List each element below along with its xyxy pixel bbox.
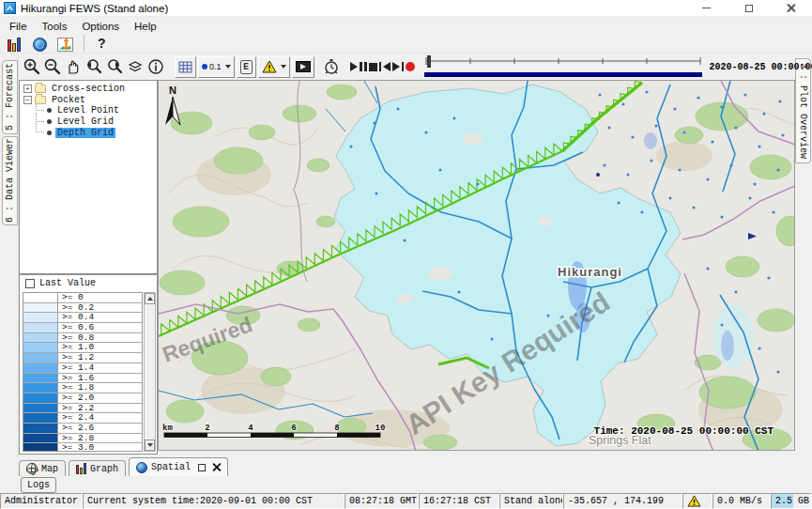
tree-item-label: Depth Grid (55, 128, 115, 138)
legend-label: >= 0.4 (58, 313, 94, 322)
tree-item-label: Cross-section (50, 84, 127, 94)
float-panel-icon[interactable] (198, 464, 206, 471)
time-slider[interactable] (424, 54, 702, 79)
tab-map-label: Map (41, 464, 58, 474)
warning-icon (687, 495, 701, 507)
scale-tick-label: 6 (291, 424, 296, 433)
record-button[interactable] (406, 58, 415, 75)
time-slider-thumb[interactable] (427, 55, 431, 68)
grid-display-button[interactable] (175, 56, 196, 78)
layers-tree-panel: +Cross-section−PocketLevel PointLevel Gr… (19, 80, 158, 274)
play-button[interactable] (350, 58, 358, 75)
status-warning-cell[interactable] (682, 493, 712, 509)
status-user: Administrator (0, 493, 83, 509)
legend-swatch (23, 443, 58, 452)
status-bar: Administrator Current system time:2020-0… (0, 493, 812, 509)
legend-label: >= 0.8 (58, 333, 94, 343)
arrow-up-icon (147, 297, 153, 301)
chevron-down-icon (225, 65, 231, 69)
status-gmt-time: 08:27:18 GMT (345, 493, 419, 509)
menu-options[interactable]: Options (74, 20, 127, 33)
left-tab-strip: 5 : Forecast 6 : Data Viewer (0, 54, 19, 457)
legend-swatch (23, 424, 58, 433)
logs-display-button[interactable] (5, 36, 23, 52)
collapse-icon[interactable]: − (23, 96, 32, 104)
last-value-checkbox[interactable] (25, 279, 35, 288)
close-button[interactable] (770, 0, 812, 16)
logs-button[interactable]: Logs (21, 477, 56, 493)
tree-item-cross-section[interactable]: +Cross-section (23, 84, 157, 95)
legend-label: >= 1.8 (58, 383, 94, 393)
pan-button[interactable] (64, 56, 83, 77)
title-bar: Hikurangi FEWS (Stand alone) (0, 0, 812, 17)
tab-spatial-label: Spatial (151, 462, 191, 472)
threshold-dropdown-button[interactable]: 0.1 (198, 56, 235, 78)
info-button[interactable] (146, 56, 165, 77)
help-button[interactable]: ? (94, 36, 110, 51)
minimize-button[interactable] (685, 0, 728, 16)
warning-icon (262, 60, 277, 73)
legend-toggle-button[interactable]: E (237, 56, 256, 78)
status-memory: 2.5 GB (771, 493, 812, 509)
close-tab-icon[interactable] (212, 463, 221, 471)
legend-swatch (23, 374, 58, 383)
menu-file[interactable]: File (2, 20, 35, 33)
tab-spatial[interactable]: Spatial (129, 457, 228, 476)
status-local-time: 16:27:18 CST (419, 493, 499, 509)
menu-help[interactable]: Help (127, 20, 164, 33)
legend-row: >= 1.4 (23, 363, 142, 374)
tree-connector (36, 113, 44, 122)
last-frame-button[interactable] (392, 58, 404, 75)
tab-graph-label: Graph (90, 464, 118, 474)
legend-label: >= 2.4 (58, 413, 94, 423)
layers-button[interactable] (126, 56, 145, 77)
zoom-in-button[interactable] (23, 56, 41, 77)
legend-label: >= 2.0 (58, 393, 94, 403)
scroll-up-button[interactable] (145, 293, 155, 304)
legend-scrollbar[interactable] (144, 292, 156, 452)
stopwatch-icon (322, 57, 341, 76)
timer-button[interactable] (322, 56, 341, 77)
main-toolbar: ? (0, 34, 812, 54)
tab-graph[interactable]: Graph (69, 460, 126, 476)
legend-label: >= 0.2 (58, 303, 94, 313)
maximize-button[interactable] (728, 0, 770, 16)
expand-icon[interactable]: + (23, 85, 32, 93)
first-frame-button[interactable] (379, 58, 391, 75)
legend-swatch (23, 434, 58, 443)
timeseries-display-button[interactable] (55, 36, 74, 52)
tree-item-depth-grid[interactable]: Depth Grid (23, 127, 157, 138)
folder-icon (35, 96, 46, 104)
tab-plot-overview[interactable]: 3 : Plot Overview (795, 58, 811, 163)
zoom-previous-button[interactable] (84, 56, 103, 77)
stop-icon (369, 63, 377, 71)
legend-row: >= 3.0 (23, 443, 142, 452)
pause-button[interactable] (360, 58, 367, 75)
pause-icon (360, 62, 362, 71)
zoom-in-icon (23, 57, 41, 76)
legend-swatch (23, 293, 58, 302)
stop-button[interactable] (369, 58, 377, 75)
map-canvas[interactable]: API Key Required API Key Required Hikura… (158, 80, 795, 451)
animation-button[interactable] (292, 56, 314, 78)
tab-forecast[interactable]: 5 : Forecast (2, 60, 18, 134)
scroll-down-button[interactable] (145, 440, 155, 451)
status-system-time: Current system time:2020-09-01 00:00 CST (83, 493, 345, 509)
threshold-dot-icon (202, 64, 207, 69)
bullet-icon (47, 119, 52, 124)
tab-data-viewer[interactable]: 6 : Data Viewer (2, 136, 18, 225)
zoom-out-button[interactable] (43, 56, 62, 77)
zoom-next-button[interactable] (105, 56, 124, 77)
right-tab-strip: 3 : Plot Overview (795, 54, 812, 457)
legend-table: >= 0>= 0.2>= 0.4>= 0.6>= 0.8>= 1.0>= 1.2… (23, 292, 143, 452)
menu-tools[interactable]: Tools (35, 20, 75, 33)
scale-tick-label: 4 (248, 424, 253, 433)
map-svg: API Key Required API Key Required Hikura… (159, 81, 795, 451)
map-display-button[interactable] (30, 36, 49, 52)
tree-item-label: Level Grid (55, 116, 115, 127)
tree-item-pocket[interactable]: −Pocket (23, 95, 157, 106)
legend-label: >= 1.0 (58, 343, 94, 352)
tab-map[interactable]: Map (19, 460, 66, 476)
warning-dropdown-button[interactable] (258, 56, 290, 78)
scale-unit-label: km (162, 424, 173, 433)
